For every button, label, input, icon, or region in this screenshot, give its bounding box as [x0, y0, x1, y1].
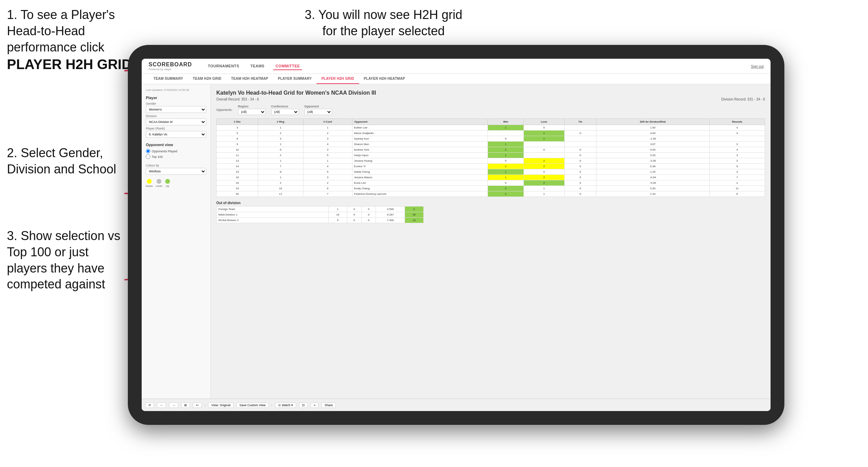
instruction-top-left: 1. To see a Player's Head-to-Head perfor…	[7, 7, 138, 73]
sidebar: Last Updated: 27/03/2024 16:55:38 Player…	[142, 84, 211, 411]
sign-out-link[interactable]: Sign out	[751, 65, 764, 68]
subnav-team-h2h-grid[interactable]: TEAM H2H GRID	[188, 74, 226, 84]
legend-down-label: Down	[146, 184, 153, 188]
col-tie: Tie	[565, 119, 596, 125]
col-opponent: Opponent	[352, 119, 488, 125]
table-row: 20 11 7 Federica Domecq Lacroze 2 1 0 1.…	[217, 191, 765, 197]
toolbar-view-original[interactable]: View: Original	[208, 402, 233, 408]
nav-committee[interactable]: COMMITTEE	[273, 63, 302, 70]
filter-conference: Conference (All)	[271, 105, 299, 115]
toolbar-watch[interactable]: ⊙ Watch ▾	[275, 402, 296, 408]
table-row: 19 10 6 Emily Chang 4 1 0 0.30 11	[217, 186, 765, 191]
sidebar-colour-select[interactable]: Win/loss	[146, 168, 206, 175]
step3-bottom-text: 3. Show selection vs Top 100 or just pla…	[7, 229, 120, 291]
step1-text: 1. To see a Player's Head-to-Head perfor…	[7, 8, 115, 54]
table-row: 15 8 5 Stella Cheng 1 0 0 1.25 4	[217, 169, 765, 175]
toolbar-undo[interactable]: ↺	[145, 402, 154, 408]
conference-filter-label: Conference	[271, 105, 299, 108]
colour-legend: Down Level Up	[146, 179, 206, 188]
col-loss: Loss	[523, 119, 565, 125]
subnav-player-summary[interactable]: PLAYER SUMMARY	[273, 74, 317, 84]
subnav-team-summary[interactable]: TEAM SUMMARY	[149, 74, 188, 84]
subnav-player-h2h-heatmap[interactable]: PLAYER H2H HEATMAP	[359, 74, 410, 84]
table-row: 13 1 1 Jessica Huang 0 2 0 -3.00 2	[217, 158, 765, 164]
sidebar-opponent-view-label: Opponent view	[146, 143, 206, 147]
nav-tournaments[interactable]: TOURNAMENTS	[206, 63, 242, 70]
radio-opponents-played[interactable]: Opponents Played	[146, 149, 206, 153]
instruction-mid-left: 2. Select Gender, Division and School	[7, 145, 124, 178]
toolbar-save-view[interactable]: Save Custom View	[236, 402, 269, 408]
logo-text: SCOREBOARD	[149, 61, 192, 68]
grid-title: Katelyn Vo Head-to-Head Grid for Women's…	[216, 90, 765, 96]
table-row: 18 2 2 Euna Lee 0 2 0 -5.00 2	[217, 180, 765, 186]
sidebar-division-label: Division	[146, 114, 206, 118]
filter-region: Region (All)	[238, 105, 266, 115]
col-conf: # Conf	[303, 119, 352, 125]
legend-level-label: Level	[155, 184, 162, 188]
instruction-bottom-left: 3. Show selection vs Top 100 or just pla…	[7, 228, 128, 293]
grid-area: Katelyn Vo Head-to-Head Grid for Women's…	[211, 84, 771, 411]
table-row: 3 1 1 Esther Lee 1 0 1.50 4	[217, 125, 765, 131]
main-content: Last Updated: 27/03/2024 16:55:38 Player…	[142, 84, 771, 411]
tablet-screen: SCOREBOARD Powered by clippd TOURNAMENTS…	[142, 59, 771, 411]
step2-text: 2. Select Gender, Division and School	[7, 146, 116, 176]
toolbar-layout[interactable]: ⊡	[299, 402, 308, 408]
grid-subtitle: Overall Record: 353 - 34 - 6 Division Re…	[216, 97, 765, 101]
subnav-player-h2h-grid[interactable]: PLAYER H2H GRID	[317, 74, 359, 84]
col-reg: # Reg	[258, 119, 303, 125]
legend-up-label: Up	[166, 184, 169, 188]
table-row: 6 3 3 Sydney Kuo 0 1 -1.00	[217, 136, 765, 142]
toolbar-back[interactable]: ←	[157, 402, 166, 408]
col-diff: Diff Av Strokes/Rnd	[596, 119, 709, 125]
toolbar-fwd[interactable]: →	[169, 402, 178, 408]
toolbar-sep1: |	[205, 403, 205, 407]
legend-down-dot	[147, 179, 152, 184]
radio-opponents-label: Opponents Played	[152, 150, 177, 153]
sidebar-player-label: Player	[146, 96, 206, 100]
table-row: 11 2 5 Heejo Hyun 1 0 3.33 3	[217, 153, 765, 158]
tablet: SCOREBOARD Powered by clippd TOURNAMENTS…	[128, 45, 784, 425]
out-division-row: NCAA Division 2 5 0 0 7.400 10	[217, 218, 424, 223]
division-record: Division Record: 331 - 34 - 6	[721, 97, 765, 101]
main-data-table: # Div # Reg # Conf Opponent Win Loss Tie…	[216, 118, 765, 197]
toolbar-reset[interactable]: ↩	[193, 402, 202, 408]
sub-nav: TEAM SUMMARY TEAM H2H GRID TEAM H2H HEAT…	[142, 74, 771, 84]
app-header: SCOREBOARD Powered by clippd TOURNAMENTS…	[142, 59, 771, 74]
sidebar-division-select[interactable]: NCAA Division III NCAA Division I NCAA D…	[146, 118, 206, 125]
table-row: 9 1 4 Sharon Mun 1 3.67 3	[217, 142, 765, 147]
sidebar-gender-label: Gender	[146, 102, 206, 105]
legend-level-dot	[157, 179, 161, 184]
out-division-row: NAIA Division 1 15 0 0 9.267 30	[217, 212, 424, 218]
step1-bold: PLAYER H2H GRID	[7, 57, 132, 72]
table-row: 16 1 3 Jessica Mason 1 2 0 -0.94 7	[217, 175, 765, 180]
sidebar-player-select[interactable]: 8. Katelyn Vo	[146, 131, 206, 138]
step3-top-text: 3. You will now see H2H grid for the pla…	[305, 8, 462, 38]
toolbar-sep2: |	[272, 403, 272, 407]
logo-sub: Powered by clippd	[149, 68, 192, 71]
subnav-team-h2h-heatmap[interactable]: TEAM H2H HEATMAP	[226, 74, 273, 84]
col-div: # Div	[217, 119, 258, 125]
nav-teams[interactable]: TEAMS	[248, 63, 266, 70]
col-win: Win	[488, 119, 523, 125]
conference-filter-select[interactable]: (All)	[271, 109, 299, 115]
radio-top100[interactable]: Top 100	[146, 154, 206, 159]
table-row: 5 2 2 Alexis Sudjianto 1 0 4.00 3	[217, 131, 765, 136]
col-rounds: Rounds	[709, 119, 765, 125]
toolbar-grid[interactable]: ⊞	[181, 402, 190, 408]
out-division-row: Foreign Team 1 0 0 4.500 2	[217, 207, 424, 212]
opponents-label: Opponents:	[216, 108, 233, 112]
sidebar-gender-select[interactable]: Women's Men's	[146, 106, 206, 113]
sidebar-radio-group: Opponents Played Top 100	[146, 149, 206, 159]
toolbar-share[interactable]: Share	[321, 402, 336, 408]
filter-row: Opponents: Region (All) Conference (All)	[216, 105, 765, 115]
opponent-filter-select[interactable]: (All)	[304, 109, 332, 115]
out-of-division-table: Foreign Team 1 0 0 4.500 2 NAIA Division…	[216, 206, 424, 223]
radio-top100-label: Top 100	[152, 155, 163, 159]
legend-up-dot	[165, 179, 170, 184]
out-of-division-label: Out of division	[216, 201, 765, 205]
bottom-toolbar: ↺ ← → ⊞ ↩ | View: Original Save Custom V…	[142, 399, 771, 411]
sidebar-timestamp: Last Updated: 27/03/2024 16:55:38	[146, 88, 206, 92]
region-filter-select[interactable]: (All)	[238, 109, 266, 115]
toolbar-prev[interactable]: «	[311, 402, 319, 408]
table-row: 14 7 4 Eunice Yi 2 2 0 0.38 9	[217, 164, 765, 169]
